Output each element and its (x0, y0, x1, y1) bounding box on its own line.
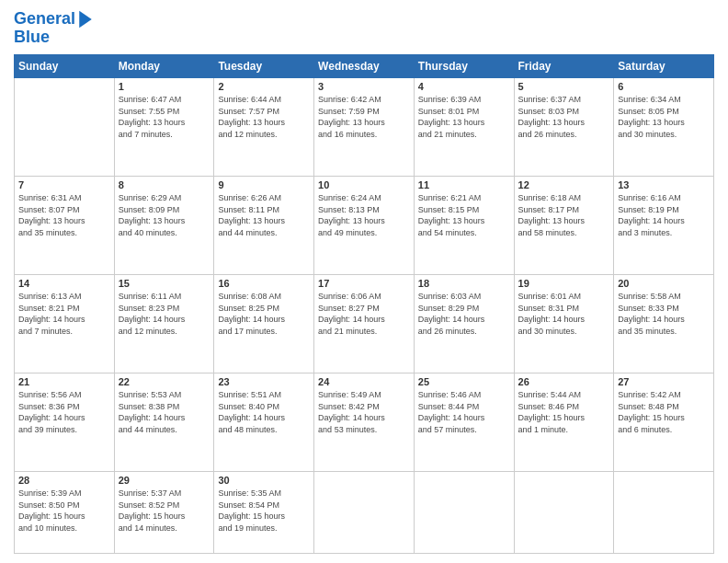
day-number: 19 (518, 278, 610, 289)
day-number: 11 (418, 179, 510, 190)
day-info: Sunrise: 6:21 AM Sunset: 8:15 PM Dayligh… (418, 192, 510, 238)
day-info: Sunrise: 5:35 AM Sunset: 8:54 PM Dayligh… (218, 488, 310, 534)
week-row-5: 28Sunrise: 5:39 AM Sunset: 8:50 PM Dayli… (15, 472, 714, 554)
day-number: 14 (18, 278, 110, 289)
day-cell: 21Sunrise: 5:56 AM Sunset: 8:36 PM Dayli… (15, 373, 115, 472)
day-info: Sunrise: 5:51 AM Sunset: 8:40 PM Dayligh… (218, 389, 310, 435)
header: General Blue (14, 9, 714, 47)
day-number: 24 (318, 376, 410, 387)
day-cell: 4Sunrise: 6:39 AM Sunset: 8:01 PM Daylig… (414, 78, 514, 177)
day-number: 13 (618, 179, 710, 190)
weekday-header-tuesday: Tuesday (214, 55, 314, 78)
day-number: 28 (18, 475, 110, 486)
logo-icon (77, 9, 94, 29)
day-cell: 9Sunrise: 6:26 AM Sunset: 8:11 PM Daylig… (214, 177, 314, 275)
weekday-header-thursday: Thursday (414, 55, 514, 78)
week-row-1: 1Sunrise: 6:47 AM Sunset: 7:55 PM Daylig… (15, 78, 714, 177)
day-info: Sunrise: 6:29 AM Sunset: 8:09 PM Dayligh… (119, 192, 210, 238)
day-cell: 26Sunrise: 5:44 AM Sunset: 8:46 PM Dayli… (514, 373, 614, 472)
week-row-3: 14Sunrise: 6:13 AM Sunset: 8:21 PM Dayli… (15, 275, 714, 373)
weekday-header-sunday: Sunday (15, 55, 115, 78)
day-info: Sunrise: 5:58 AM Sunset: 8:33 PM Dayligh… (618, 291, 710, 337)
day-number: 6 (618, 81, 710, 92)
day-number: 9 (218, 179, 310, 190)
day-info: Sunrise: 5:37 AM Sunset: 8:52 PM Dayligh… (119, 488, 210, 534)
logo-blue: Blue (14, 28, 94, 47)
day-number: 15 (119, 278, 210, 289)
day-number: 23 (218, 376, 310, 387)
day-info: Sunrise: 6:31 AM Sunset: 8:07 PM Dayligh… (18, 192, 110, 238)
day-cell: 2Sunrise: 6:44 AM Sunset: 7:57 PM Daylig… (214, 78, 314, 177)
day-cell: 23Sunrise: 5:51 AM Sunset: 8:40 PM Dayli… (214, 373, 314, 472)
day-info: Sunrise: 5:46 AM Sunset: 8:44 PM Dayligh… (418, 389, 510, 435)
logo-text: General (14, 10, 75, 29)
day-number: 3 (318, 81, 410, 92)
svg-marker-0 (79, 11, 92, 29)
day-cell: 20Sunrise: 5:58 AM Sunset: 8:33 PM Dayli… (614, 275, 714, 373)
day-info: Sunrise: 6:01 AM Sunset: 8:31 PM Dayligh… (518, 291, 610, 337)
day-cell: 8Sunrise: 6:29 AM Sunset: 8:09 PM Daylig… (114, 177, 214, 275)
day-number: 27 (618, 376, 710, 387)
day-cell: 13Sunrise: 6:16 AM Sunset: 8:19 PM Dayli… (614, 177, 714, 275)
page: General Blue SundayMondayTuesdayWednesda… (0, 0, 728, 563)
day-info: Sunrise: 6:37 AM Sunset: 8:03 PM Dayligh… (518, 94, 610, 140)
day-info: Sunrise: 5:53 AM Sunset: 8:38 PM Dayligh… (119, 389, 210, 435)
day-info: Sunrise: 6:03 AM Sunset: 8:29 PM Dayligh… (418, 291, 510, 337)
day-cell: 25Sunrise: 5:46 AM Sunset: 8:44 PM Dayli… (414, 373, 514, 472)
day-number: 29 (119, 475, 210, 486)
day-cell: 7Sunrise: 6:31 AM Sunset: 8:07 PM Daylig… (15, 177, 115, 275)
day-info: Sunrise: 6:24 AM Sunset: 8:13 PM Dayligh… (318, 192, 410, 238)
weekday-header-saturday: Saturday (614, 55, 714, 78)
week-row-4: 21Sunrise: 5:56 AM Sunset: 8:36 PM Dayli… (15, 373, 714, 472)
calendar-table: SundayMondayTuesdayWednesdayThursdayFrid… (14, 54, 714, 554)
day-number: 22 (119, 376, 210, 387)
day-cell (314, 472, 415, 554)
day-number: 1 (119, 81, 210, 92)
day-info: Sunrise: 5:39 AM Sunset: 8:50 PM Dayligh… (18, 488, 110, 534)
day-cell: 16Sunrise: 6:08 AM Sunset: 8:25 PM Dayli… (214, 275, 314, 373)
day-cell: 19Sunrise: 6:01 AM Sunset: 8:31 PM Dayli… (514, 275, 614, 373)
day-number: 17 (318, 278, 410, 289)
day-cell: 15Sunrise: 6:11 AM Sunset: 8:23 PM Dayli… (114, 275, 214, 373)
day-cell (514, 472, 614, 554)
day-info: Sunrise: 6:39 AM Sunset: 8:01 PM Dayligh… (418, 94, 510, 140)
day-info: Sunrise: 6:11 AM Sunset: 8:23 PM Dayligh… (119, 291, 210, 337)
day-number: 21 (18, 376, 110, 387)
logo: General Blue (14, 9, 94, 47)
day-info: Sunrise: 6:47 AM Sunset: 7:55 PM Dayligh… (119, 94, 210, 140)
day-number: 25 (418, 376, 510, 387)
day-info: Sunrise: 6:42 AM Sunset: 7:59 PM Dayligh… (318, 94, 410, 140)
day-info: Sunrise: 6:06 AM Sunset: 8:27 PM Dayligh… (318, 291, 410, 337)
day-number: 16 (218, 278, 310, 289)
day-cell: 14Sunrise: 6:13 AM Sunset: 8:21 PM Dayli… (15, 275, 115, 373)
day-info: Sunrise: 6:18 AM Sunset: 8:17 PM Dayligh… (518, 192, 610, 238)
day-info: Sunrise: 5:56 AM Sunset: 8:36 PM Dayligh… (18, 389, 110, 435)
day-number: 7 (18, 179, 110, 190)
day-cell: 27Sunrise: 5:42 AM Sunset: 8:48 PM Dayli… (614, 373, 714, 472)
day-info: Sunrise: 6:26 AM Sunset: 8:11 PM Dayligh… (218, 192, 310, 238)
day-info: Sunrise: 6:16 AM Sunset: 8:19 PM Dayligh… (618, 192, 710, 238)
day-number: 20 (618, 278, 710, 289)
day-cell: 12Sunrise: 6:18 AM Sunset: 8:17 PM Dayli… (514, 177, 614, 275)
day-cell: 22Sunrise: 5:53 AM Sunset: 8:38 PM Dayli… (114, 373, 214, 472)
day-cell: 11Sunrise: 6:21 AM Sunset: 8:15 PM Dayli… (414, 177, 514, 275)
day-cell: 30Sunrise: 5:35 AM Sunset: 8:54 PM Dayli… (214, 472, 314, 554)
weekday-header-friday: Friday (514, 55, 614, 78)
day-cell: 6Sunrise: 6:34 AM Sunset: 8:05 PM Daylig… (614, 78, 714, 177)
day-info: Sunrise: 6:34 AM Sunset: 8:05 PM Dayligh… (618, 94, 710, 140)
day-cell: 24Sunrise: 5:49 AM Sunset: 8:42 PM Dayli… (314, 373, 415, 472)
day-cell (614, 472, 714, 554)
weekday-header-wednesday: Wednesday (314, 55, 415, 78)
day-cell (15, 78, 115, 177)
day-number: 10 (318, 179, 410, 190)
day-cell: 28Sunrise: 5:39 AM Sunset: 8:50 PM Dayli… (15, 472, 115, 554)
day-number: 2 (218, 81, 310, 92)
day-info: Sunrise: 6:08 AM Sunset: 8:25 PM Dayligh… (218, 291, 310, 337)
day-number: 12 (518, 179, 610, 190)
day-cell: 5Sunrise: 6:37 AM Sunset: 8:03 PM Daylig… (514, 78, 614, 177)
day-number: 18 (418, 278, 510, 289)
day-info: Sunrise: 6:13 AM Sunset: 8:21 PM Dayligh… (18, 291, 110, 337)
day-info: Sunrise: 5:49 AM Sunset: 8:42 PM Dayligh… (318, 389, 410, 435)
day-cell: 10Sunrise: 6:24 AM Sunset: 8:13 PM Dayli… (314, 177, 415, 275)
day-number: 8 (119, 179, 210, 190)
